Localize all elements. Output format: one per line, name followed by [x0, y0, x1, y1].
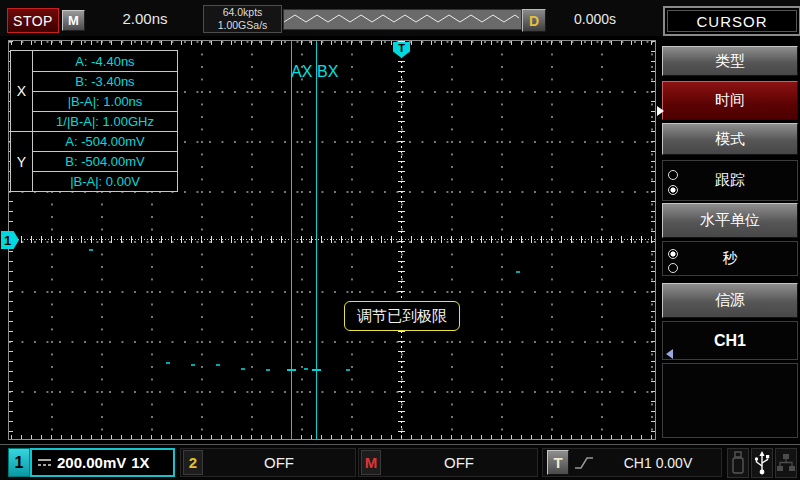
trigger-badge[interactable]: T: [547, 450, 569, 475]
usb-trident-icon: [753, 450, 771, 476]
cursor-ax-line[interactable]: [291, 41, 292, 439]
trace-sample-dot: [266, 369, 270, 371]
oscilloscope-screen: STOP M 2.00ns 64.0kpts 1.00GSa/s D 0.000…: [0, 0, 800, 480]
ch2-badge[interactable]: 2: [183, 450, 203, 475]
trace-sample-dot: [241, 368, 245, 370]
x-cursor-a-value: A: -4.40ns: [33, 51, 177, 71]
menu-item-source[interactable]: 信源: [662, 283, 798, 318]
trace-sample-dot: [216, 364, 220, 366]
x-cursor-b-value: B: -3.40ns: [33, 71, 177, 91]
trace-sample-dot: [516, 271, 520, 273]
trace-sample-dot: [166, 362, 170, 364]
math-status: OFF: [381, 454, 537, 471]
active-item-arrow-icon: [657, 106, 664, 116]
ethernet-icon: [776, 452, 796, 474]
x-delta-value: |B-A|: 1.00ns: [33, 91, 177, 111]
ch1-scale: 200.00mV: [57, 454, 126, 471]
source-channel-label: CH1: [714, 332, 746, 350]
radio-option1-icon[interactable]: [668, 170, 678, 180]
limit-reached-toast: 调节已到极限: [344, 301, 460, 331]
trigger-source-level: CH1 0.00V: [595, 455, 721, 471]
lan-status: [775, 448, 797, 478]
radio-option2-icon[interactable]: [668, 263, 678, 273]
trace-sample-dot: [89, 249, 93, 251]
y-delta-value: |B-A|: 0.00V: [33, 171, 177, 191]
menu-item-type[interactable]: 类型: [662, 46, 798, 76]
memory-depth: 64.0kpts: [204, 6, 281, 19]
horizontal-position-readout: 0.000s: [540, 11, 650, 27]
channel-status-bar: 1 200.00mV 1X 2 OFF M OFF T CH1 0.00V: [0, 444, 800, 480]
menu-item-seconds[interactable]: 秒: [662, 241, 798, 276]
seconds-label: 秒: [723, 249, 738, 268]
cursor-bx-line[interactable]: [316, 41, 317, 439]
menu-item-empty: [662, 363, 798, 438]
timebase-readout: 2.00ns: [100, 10, 190, 28]
cursor-ax-ytick: [287, 369, 296, 371]
sample-rate: 1.00GSa/s: [204, 19, 281, 32]
channel-select-arrow-icon: [666, 349, 673, 359]
menu-item-source-value[interactable]: CH1: [662, 321, 798, 360]
trace-sample-dot: [346, 369, 350, 371]
usb-device-status: [727, 448, 749, 478]
trace-sample-dot: [191, 364, 195, 366]
radio-option2-selected-icon[interactable]: [668, 185, 678, 195]
ch2-status-section[interactable]: 2 OFF: [180, 448, 356, 477]
rising-edge-icon: [573, 454, 595, 472]
y-cursor-a-value: A: -504.00mV: [33, 131, 177, 151]
cursor-measurement-panel: X A: -4.40ns B: -3.40ns |B-A|: 1.00ns 1/…: [10, 50, 178, 192]
dc-coupling-icon: [37, 457, 52, 469]
horizontal-menu-button[interactable]: M: [62, 10, 85, 31]
x-inverse-delta-value: 1/|B-A|: 1.00GHz: [33, 111, 177, 131]
waveform-preview-strip[interactable]: [283, 9, 522, 30]
cursor-bx-label: BX: [317, 63, 338, 81]
cursor-bx-ytick: [312, 369, 321, 371]
cursor-ax-label: AX: [291, 63, 312, 81]
x-section-label: X: [11, 51, 33, 131]
menu-item-track[interactable]: 跟踪: [662, 160, 798, 201]
usb-drive-icon: [731, 451, 745, 475]
ch2-status: OFF: [203, 454, 355, 471]
track-label: 跟踪: [715, 171, 745, 190]
waveform-preview-icon: [284, 10, 519, 27]
menu-item-horizontal-unit[interactable]: 水平单位: [662, 203, 798, 238]
usb-host-status: [751, 448, 773, 478]
math-status-section[interactable]: M OFF: [358, 448, 538, 477]
acquisition-info-box: 64.0kpts 1.00GSa/s: [203, 5, 282, 33]
radio-option1-selected-icon[interactable]: [668, 249, 678, 259]
ch1-settings-box[interactable]: 200.00mV 1X: [30, 448, 175, 477]
run-state-button[interactable]: STOP: [7, 8, 59, 33]
math-badge[interactable]: M: [361, 450, 381, 475]
trigger-status-section[interactable]: T CH1 0.00V: [542, 448, 722, 477]
trace-sample-dot: [304, 368, 308, 370]
top-status-bar: STOP M 2.00ns 64.0kpts 1.00GSa/s D 0.000…: [0, 0, 800, 36]
active-menu-title: CURSOR: [663, 6, 800, 36]
y-cursor-b-value: B: -504.00mV: [33, 151, 177, 171]
ch1-badge[interactable]: 1: [8, 448, 30, 477]
ch1-probe: 1X: [131, 454, 149, 471]
soft-menu-sidebar: 类型 时间 模式 跟踪 水平单位 秒 信源 CH1: [660, 36, 800, 444]
menu-item-time[interactable]: 时间: [662, 81, 798, 120]
y-section-label: Y: [11, 131, 33, 191]
menu-item-mode[interactable]: 模式: [662, 123, 798, 155]
